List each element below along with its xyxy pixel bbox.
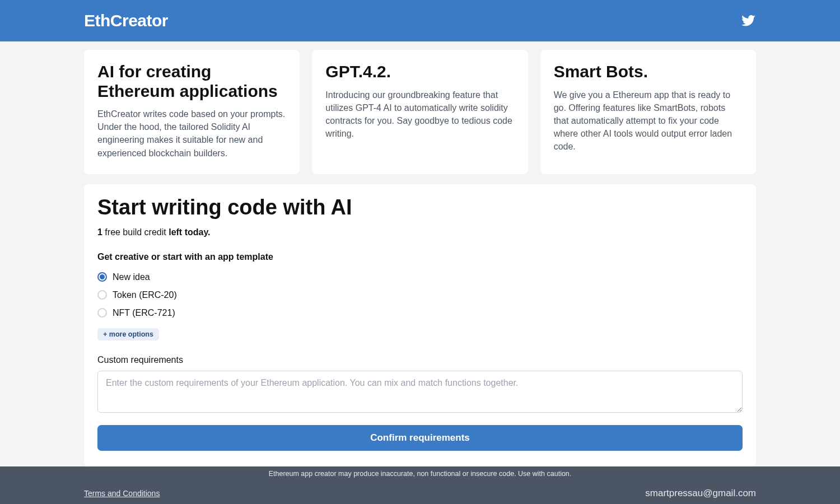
- radio-icon: [97, 308, 107, 318]
- radio-option-erc721[interactable]: NFT (ERC-721): [97, 308, 743, 318]
- feature-card-gpt: GPT.4.2. Introducing our groundbreaking …: [312, 50, 528, 174]
- contact-email-link[interactable]: smartpressau@gmail.com: [645, 488, 756, 499]
- custom-requirements-input[interactable]: [97, 371, 743, 413]
- more-options-button[interactable]: + more options: [97, 328, 159, 340]
- feature-card-smartbots: Smart Bots. We give you a Ethereum app t…: [540, 50, 756, 174]
- footer: Terms and Conditions smartpressau@gmail.…: [0, 481, 840, 504]
- radio-option-new-idea[interactable]: New idea: [97, 272, 743, 282]
- card-title: Smart Bots.: [554, 62, 743, 82]
- card-title: AI for creating Ethereum applications: [97, 62, 286, 101]
- brand-logo[interactable]: EthCreator: [84, 11, 168, 30]
- confirm-requirements-button[interactable]: Confirm requirements: [97, 425, 743, 451]
- radio-icon: [97, 290, 107, 300]
- credit-line: 1 free build credit left today.: [97, 227, 743, 237]
- credit-count: 1: [97, 227, 102, 237]
- radio-label: Token (ERC-20): [113, 290, 177, 300]
- feature-card-ai: AI for creating Ethereum applications Et…: [84, 50, 300, 174]
- credit-mid: free build credit: [102, 227, 169, 237]
- terms-link[interactable]: Terms and Conditions: [84, 489, 160, 498]
- card-title: GPT.4.2.: [325, 62, 514, 82]
- feature-cards-row: AI for creating Ethereum applications Et…: [84, 50, 756, 174]
- custom-requirements-label: Custom requirements: [97, 355, 743, 365]
- radio-option-erc20[interactable]: Token (ERC-20): [97, 290, 743, 300]
- card-body: Introducing our groundbreaking feature t…: [325, 88, 514, 141]
- card-body: EthCreator writes code based on your pro…: [97, 108, 286, 160]
- card-body: We give you a Ethereum app that is ready…: [554, 88, 743, 153]
- template-prompt: Get creative or start with an app templa…: [97, 252, 743, 262]
- twitter-icon[interactable]: [741, 13, 756, 28]
- start-panel: Start writing code with AI 1 free build …: [84, 184, 756, 466]
- radio-icon: [97, 272, 107, 282]
- app-header: EthCreator: [0, 0, 840, 41]
- radio-label: New idea: [113, 272, 150, 282]
- disclaimer-bar: Ethereum app creator may produce inaccur…: [0, 466, 840, 481]
- credit-suffix: left today.: [169, 227, 210, 237]
- panel-heading: Start writing code with AI: [97, 195, 743, 220]
- radio-label: NFT (ERC-721): [113, 308, 175, 318]
